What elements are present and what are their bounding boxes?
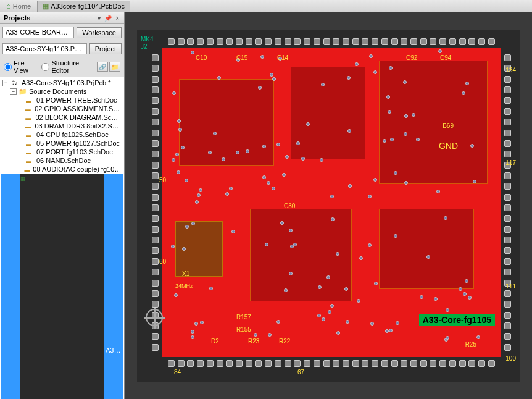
project-button[interactable]: Project	[89, 43, 122, 54]
connector-pin	[152, 333, 159, 340]
folder-icon[interactable]: 📁	[109, 62, 120, 72]
tab-home[interactable]: Home	[2, 0, 35, 12]
via	[194, 322, 198, 326]
connector-pin	[352, 360, 359, 367]
via	[322, 317, 325, 321]
via	[282, 173, 286, 177]
connector-pin	[255, 360, 262, 367]
tree-item[interactable]: −A33-Core-SY-fg1103.PrjPcb *	[1, 78, 123, 87]
connector-pin	[323, 360, 330, 367]
workspace-button[interactable]: Workspace	[77, 27, 122, 38]
tree-item[interactable]: −Source Documents	[1, 87, 123, 96]
project-select[interactable]: A33-Core-SY-fg1103.PrjPcb	[2, 43, 87, 54]
connector-pin	[152, 280, 159, 287]
tree-item[interactable]: 04 CPU fg1025.SchDoc	[1, 130, 123, 139]
view-mode-row: File View Structure Editor 🔗 📁	[0, 57, 124, 77]
via	[459, 287, 462, 291]
connector-pin	[285, 38, 291, 45]
via	[470, 144, 474, 148]
via	[284, 288, 288, 292]
connector-pin	[152, 172, 159, 179]
via	[177, 170, 180, 174]
tree-item[interactable]: 01 POWER TREE.SchDoc	[1, 96, 123, 104]
via	[270, 73, 273, 77]
via	[199, 188, 202, 192]
connector-pin	[152, 204, 159, 211]
connector-pin	[504, 237, 511, 243]
connector-pin	[152, 215, 159, 222]
panel-close-icon[interactable]: ×	[114, 15, 120, 22]
connector-pin	[504, 183, 511, 190]
board-name-label: A33-Core-fg1105	[419, 314, 495, 326]
connector-pin	[207, 38, 214, 45]
via	[446, 336, 449, 340]
via	[191, 51, 194, 54]
tree-item[interactable]: 02 BLOCK DIAGRAM.SchDoc	[1, 113, 123, 122]
via	[229, 187, 233, 190]
origin-marker-icon	[146, 309, 163, 326]
panel-header: Projects ▾ 📌 ×	[0, 12, 124, 24]
via	[394, 234, 397, 238]
via	[436, 190, 440, 193]
pcb-canvas[interactable]: MK4 J2 C10 C15 C14 C92 C94 X1	[137, 30, 520, 382]
connector-pin	[381, 38, 388, 45]
tree-item[interactable]: A33core-fg1104.PcbDoc	[1, 174, 123, 399]
connector-pin	[504, 204, 511, 211]
via	[369, 54, 373, 58]
via	[174, 293, 178, 297]
via	[213, 132, 217, 135]
connector-pin	[410, 360, 417, 367]
link-icon[interactable]: 🔗	[97, 62, 108, 72]
via	[330, 304, 334, 308]
connector-pin	[504, 226, 511, 233]
connector-pin	[187, 360, 194, 367]
tree-item[interactable]: 03 DRAM DDR3 8bitX2.SchDoc	[1, 122, 123, 130]
connector-pin	[391, 360, 398, 367]
connector-pin	[343, 360, 349, 367]
connector-pin	[504, 76, 511, 83]
panel-pin-icon[interactable]: 📌	[103, 15, 113, 22]
via	[191, 330, 194, 334]
connector-pin	[504, 151, 511, 158]
radio-file-view[interactable]: File View	[4, 59, 36, 74]
bga-block	[379, 209, 474, 289]
via	[336, 331, 340, 335]
connector-pin	[217, 360, 223, 367]
panel-dropdown-icon[interactable]: ▾	[96, 15, 102, 22]
tree-item[interactable]: 05 POWER fg1027.SchDoc	[1, 139, 123, 148]
project-tree[interactable]: −A33-Core-SY-fg1103.PrjPcb *−Source Docu…	[0, 77, 124, 399]
via	[209, 287, 213, 290]
connector-pin	[152, 108, 159, 115]
via	[296, 141, 300, 145]
tree-item[interactable]: 06 NAND.SchDoc	[1, 156, 123, 165]
tab-document[interactable]: A33core-fg1104.PcbDoc	[37, 1, 130, 12]
via	[438, 49, 442, 53]
via	[446, 308, 449, 312]
via	[181, 146, 185, 149]
tree-item[interactable]: 08 AUDIO(AC couple) fg1028.SchDoc	[1, 165, 123, 174]
connector-pin	[236, 38, 243, 45]
connector-pin	[152, 119, 159, 125]
connector-pin	[449, 360, 456, 367]
connector-pin	[504, 86, 511, 93]
radio-structure-editor[interactable]: Structure Editor	[41, 59, 92, 74]
tree-item[interactable]: 07 PORT fg1103.SchDoc	[1, 148, 123, 156]
projects-panel: Projects ▾ 📌 × A33-CORE-BOARD-SY2016.Dsn…	[0, 12, 125, 399]
connector-pin	[468, 38, 475, 45]
connector-pin	[504, 108, 511, 115]
connector-pin	[152, 183, 159, 190]
connector-pin	[333, 38, 339, 45]
connector-pin	[504, 119, 511, 125]
connector-pin	[226, 38, 233, 45]
via	[191, 222, 195, 225]
via	[301, 157, 305, 161]
connector-pin	[314, 38, 320, 45]
via	[412, 113, 415, 117]
connector-pin	[197, 38, 204, 45]
connector-pin	[255, 38, 262, 45]
tree-item[interactable]: 02 GPIO ASSIGNMENT.SchDoc	[1, 104, 123, 113]
connector-pin	[439, 38, 446, 45]
pcb-viewer[interactable]: MK4 J2 C10 C15 C14 C92 C94 X1	[125, 12, 532, 399]
workspace-select[interactable]: A33-CORE-BOARD-SY2016.DsnWrk ▾	[2, 27, 74, 38]
via	[185, 178, 188, 182]
